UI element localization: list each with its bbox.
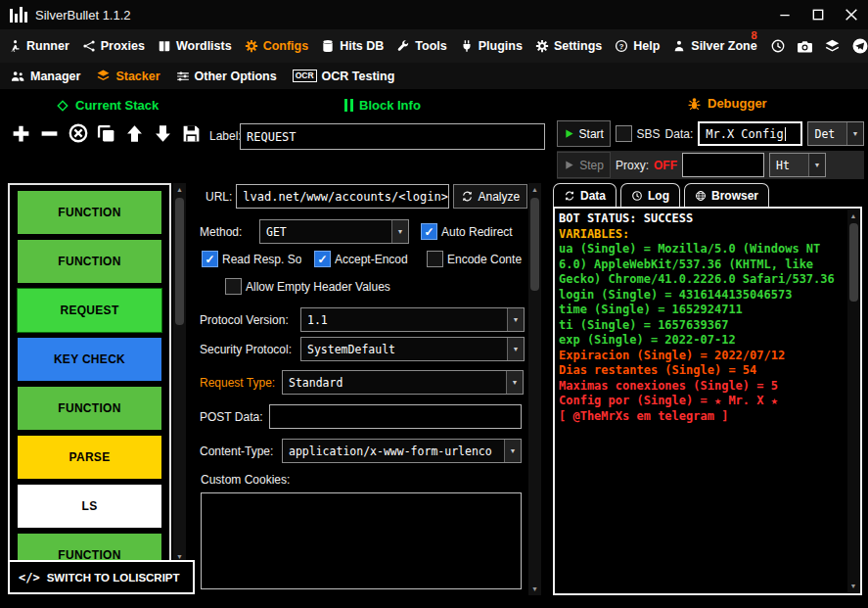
menu-item-help[interactable]: ? Help	[615, 39, 660, 53]
menu-item-tools[interactable]: Tools	[396, 39, 446, 53]
stack-block[interactable]: FUNCTION	[18, 387, 161, 430]
app-title: SilverBullet 1.1.2	[35, 8, 131, 23]
block-info-scrollbar[interactable]: ▲ ▼	[528, 183, 541, 595]
layers-icon[interactable]	[824, 38, 841, 55]
data-type-select[interactable]: Det ▼	[807, 121, 864, 146]
menu-item-label: Tools	[415, 39, 446, 53]
section-title: Block Info	[359, 98, 421, 113]
arrow-down-icon[interactable]	[151, 120, 175, 146]
scroll-down-arrow[interactable]: ▼	[847, 580, 859, 592]
scroll-thumb[interactable]	[849, 223, 858, 302]
proxy-status[interactable]: OFF	[654, 159, 677, 172]
content-type-select[interactable]: application/x-www-form-urlenco ▼	[282, 439, 522, 463]
step-button[interactable]: Step	[557, 152, 611, 178]
minimize-button[interactable]	[768, 0, 801, 29]
encode-content-checkbox[interactable]	[427, 251, 443, 267]
allow-empty-headers-checkbox[interactable]	[225, 278, 242, 295]
disable-block-button[interactable]	[66, 120, 90, 146]
analyze-button[interactable]: Analyze	[453, 184, 527, 209]
tab-label: Manager	[30, 70, 80, 83]
debug-data-input[interactable]: Mr.X Config	[698, 121, 802, 146]
tab-stacker[interactable]: Stacker	[96, 69, 160, 83]
tab-ocr-testing[interactable]: OCR OCR Testing	[293, 70, 395, 83]
sbs-checkbox[interactable]	[616, 125, 632, 142]
stack-block[interactable]: FUNCTION	[18, 534, 161, 563]
debugger-output-panel: BOT STATUS: SUCCESSVARIABLES:ua (Single)…	[553, 207, 862, 595]
chevron-down-icon[interactable]: ▼	[507, 308, 524, 331]
play-icon	[564, 128, 574, 139]
stack-block[interactable]: LS	[18, 485, 161, 528]
tab-log[interactable]: Log	[620, 183, 680, 207]
proxies-icon	[82, 39, 96, 53]
post-data-input[interactable]	[269, 404, 522, 429]
sbs-label: SBS	[637, 127, 661, 141]
menu-item-wordlists[interactable]: Wordlists	[158, 39, 232, 53]
tab-manager[interactable]: Manager	[10, 70, 80, 83]
label-input[interactable]: REQUEST	[240, 123, 545, 150]
tab-other-options[interactable]: Other Options	[176, 70, 277, 83]
accept-encoding-checkbox[interactable]: ✓	[314, 251, 331, 267]
scroll-down-arrow[interactable]: ▼	[528, 583, 541, 595]
stack-block[interactable]: PARSE	[18, 436, 161, 479]
scroll-up-arrow[interactable]: ▲	[847, 210, 859, 222]
scroll-thumb[interactable]	[175, 198, 184, 325]
stack-block[interactable]: KEY CHECK	[18, 338, 161, 381]
security-protocol-select[interactable]: SystemDefault ▼	[300, 337, 525, 361]
close-button[interactable]	[835, 0, 868, 29]
url-input[interactable]: lvad.net/www/accounts/<login>/	[236, 184, 449, 209]
stack-block[interactable]: REQUEST	[18, 289, 161, 332]
camera-icon[interactable]	[797, 38, 813, 55]
menu-item-label: Settings	[554, 39, 602, 53]
start-button[interactable]: Start	[557, 120, 611, 147]
gear-icon	[245, 39, 258, 53]
chevron-down-icon[interactable]: ▼	[507, 338, 524, 360]
menu-item-label: Runner	[26, 39, 69, 53]
output-scrollbar[interactable]: ▲ ▼	[847, 210, 859, 592]
stack-block[interactable]: FUNCTION	[18, 240, 161, 283]
method-select[interactable]: GET ▼	[259, 219, 409, 244]
menu-item-plugins[interactable]: Plugins	[460, 39, 523, 53]
proxy-type-select[interactable]: Ht ▼	[769, 153, 826, 177]
scroll-up-arrow[interactable]: ▲	[528, 183, 541, 196]
remove-block-button[interactable]	[37, 120, 62, 146]
chevron-down-icon[interactable]: ▼	[506, 371, 523, 394]
tab-label: Other Options	[195, 70, 277, 83]
menu-item-silver-zone[interactable]: Silver Zone 8	[672, 39, 756, 53]
stack-block[interactable]: FUNCTION	[18, 191, 161, 234]
chevron-down-icon[interactable]: ▼	[808, 154, 825, 176]
tab-browser[interactable]: Browser	[684, 183, 769, 207]
switch-to-loliscript-button[interactable]: </> SWITCH TO LOLISCRIPT	[8, 560, 195, 594]
wrench-icon	[396, 39, 410, 53]
menu-item-settings[interactable]: Settings	[535, 39, 602, 53]
menu-item-hitsdb[interactable]: Hits DB	[321, 39, 384, 53]
clone-block-button[interactable]	[94, 120, 118, 146]
add-block-button[interactable]	[9, 120, 33, 146]
chevron-down-icon[interactable]: ▼	[391, 220, 408, 243]
request-type-select[interactable]: Standard ▼	[282, 370, 524, 395]
person-icon	[672, 39, 686, 53]
bug-icon	[687, 96, 702, 111]
menu-item-label: Help	[633, 39, 660, 53]
section-title: Debugger	[708, 96, 767, 111]
read-response-checkbox[interactable]: ✓	[202, 251, 218, 267]
chevron-down-icon[interactable]: ▼	[504, 440, 521, 462]
stack-scrollbar[interactable]: ▲ ▼	[173, 183, 186, 563]
text-caret	[785, 127, 786, 141]
maximize-button[interactable]	[801, 0, 835, 29]
menu-item-runner[interactable]: Runner	[8, 39, 69, 53]
scroll-thumb[interactable]	[530, 198, 539, 291]
arrow-up-icon[interactable]	[122, 120, 147, 146]
custom-cookies-textarea[interactable]	[201, 492, 522, 589]
scroll-up-arrow[interactable]: ▲	[173, 183, 186, 196]
protocol-version-select[interactable]: 1.1 ▼	[300, 307, 525, 332]
auto-redirect-checkbox[interactable]: ✓	[421, 223, 437, 240]
save-icon[interactable]	[179, 120, 204, 146]
menu-item-proxies[interactable]: Proxies	[82, 39, 145, 53]
history-icon[interactable]	[770, 38, 786, 54]
telegram-icon[interactable]	[851, 37, 868, 55]
menu-item-configs[interactable]: Configs	[245, 39, 309, 53]
chevron-down-icon[interactable]: ▼	[846, 122, 863, 145]
tab-data[interactable]: Data	[553, 183, 617, 207]
data-line: ti (Single) = 1657639367	[559, 318, 845, 334]
proxy-input[interactable]	[682, 153, 764, 177]
